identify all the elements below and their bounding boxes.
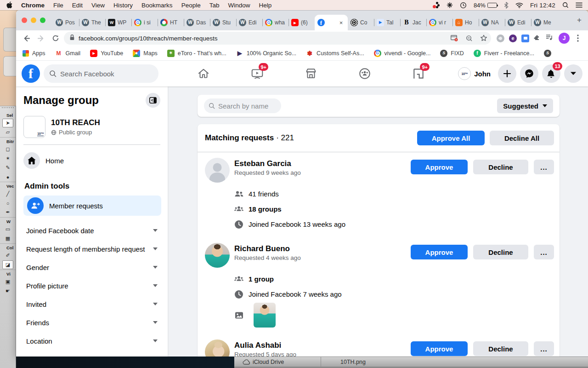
facebook-nav-item[interactable]: 9+: [243, 63, 271, 85]
more-options-button[interactable]: ...: [534, 160, 554, 174]
new-tab-button[interactable]: +: [573, 14, 585, 26]
browser-tab[interactable]: Das: [184, 15, 210, 30]
approve-all-button[interactable]: Approve All: [417, 131, 485, 145]
blur-tool-icon[interactable]: ●: [2, 172, 13, 181]
facebook-nav-item[interactable]: [190, 63, 217, 85]
notification-app-icon[interactable]: [433, 2, 440, 8]
bird-extension-icon[interactable]: [497, 34, 504, 42]
filter-dropdown[interactable]: Friends: [23, 313, 162, 332]
time-machine-icon[interactable]: [460, 2, 467, 9]
hotspot-tool-icon[interactable]: ▦: [2, 234, 13, 243]
popup-blocked-icon[interactable]: [449, 33, 460, 44]
reload-button[interactable]: [49, 32, 62, 45]
wifi-icon[interactable]: [515, 2, 523, 8]
menubar-app-name[interactable]: Chrome: [21, 2, 45, 9]
menubar-item[interactable]: Window: [228, 2, 250, 9]
bookmark-item[interactable]: eToro - That’s wh...: [167, 50, 226, 57]
bluetooth-icon[interactable]: [504, 2, 509, 9]
facebook-nav-item[interactable]: [297, 63, 325, 85]
filter-dropdown[interactable]: Profile type: [23, 350, 162, 356]
facebook-nav-item[interactable]: 9+: [405, 63, 432, 85]
browser-tab[interactable]: ×: [315, 15, 348, 30]
menubar-item[interactable]: Tab: [209, 2, 220, 9]
battery-indicator[interactable]: 84%: [474, 2, 497, 9]
close-tab-icon[interactable]: ×: [337, 19, 345, 27]
zoom-icon[interactable]: [464, 33, 475, 44]
hand-tool-icon[interactable]: ☛: [2, 287, 13, 295]
bookmark-item[interactable]: Maps: [133, 50, 158, 57]
facebook-search[interactable]: [44, 64, 158, 83]
menubar-item[interactable]: File: [53, 2, 63, 9]
evernote-extension-icon[interactable]: [509, 34, 517, 42]
browser-tab[interactable]: Edi: [505, 15, 531, 30]
address-bar[interactable]: facebook.com/groups/10threach/member-req…: [64, 32, 491, 45]
pointer-tool-icon[interactable]: ➤: [2, 119, 13, 127]
more-options-button[interactable]: ...: [534, 245, 554, 259]
browser-tab[interactable]: Jac: [400, 15, 426, 30]
marquee-tool-icon[interactable]: ◻: [2, 145, 13, 154]
messenger-button[interactable]: [520, 64, 538, 83]
filter-dropdown[interactable]: Profile picture: [23, 276, 162, 295]
menubar-item[interactable]: Edit: [72, 2, 83, 9]
browser-tab[interactable]: Me: [531, 15, 557, 30]
decline-all-button[interactable]: Decline All: [490, 131, 554, 145]
decline-button[interactable]: Decline: [473, 341, 528, 356]
requested-photo-thumbnail[interactable]: [254, 303, 276, 328]
menubar-item[interactable]: Help: [259, 2, 271, 9]
bookmark-item[interactable]: vivendi - Google...: [374, 50, 431, 57]
browser-tab[interactable]: Pos: [53, 15, 79, 30]
menubar-item[interactable]: People: [181, 2, 201, 9]
browser-tab[interactable]: NA: [479, 15, 505, 30]
requester-name[interactable]: Esteban Garcia: [234, 158, 301, 168]
requester-name[interactable]: Richard Bueno: [234, 243, 301, 253]
browser-tab[interactable]: vi r: [426, 15, 452, 30]
bookmark-star-icon[interactable]: [478, 33, 489, 44]
pencil-tool-icon[interactable]: ✎: [2, 163, 13, 172]
requester-avatar[interactable]: [205, 243, 230, 268]
approve-button[interactable]: Approve: [411, 341, 468, 356]
create-button[interactable]: [498, 64, 516, 83]
menubar-clock[interactable]: Fri 12:42: [530, 2, 555, 9]
spotlight-icon[interactable]: [562, 2, 569, 8]
filter-dropdown[interactable]: Gender: [23, 258, 162, 276]
group-info[interactable]: 10ᵀᴴ 10TH REACH Public group: [23, 116, 162, 138]
url-text[interactable]: facebook.com/groups/10threach/member-req…: [79, 35, 445, 42]
eyedropper-tool-icon[interactable]: ✐: [2, 251, 13, 260]
ellipse-tool-icon[interactable]: ○: [2, 199, 13, 207]
browser-tab[interactable]: wha: [262, 15, 288, 30]
bookmark-item[interactable]: Fiverr - Freelance...: [474, 50, 534, 57]
requester-avatar[interactable]: [205, 158, 230, 183]
subselect-tool-icon[interactable]: ▱: [2, 128, 13, 137]
browser-tab[interactable]: Edi: [236, 15, 262, 30]
collapse-sidebar-button[interactable]: [146, 93, 160, 108]
lock-icon[interactable]: [69, 34, 75, 42]
sidebar-item-home[interactable]: Home: [23, 150, 162, 172]
browser-tab[interactable]: (6): [288, 15, 315, 30]
browser-tab[interactable]: HT: [158, 15, 184, 30]
bookmark-item[interactable]: YouTube: [90, 50, 123, 57]
asterisk-status-icon[interactable]: [447, 2, 453, 8]
filter-dropdown[interactable]: Location: [23, 332, 162, 350]
facebook-logo[interactable]: f: [22, 64, 40, 83]
browser-tab[interactable]: Tal: [374, 15, 400, 30]
apple-icon[interactable]: [6, 1, 12, 9]
requester-name[interactable]: Aulia Ashabi: [234, 339, 296, 350]
panel-grip[interactable]: [2, 107, 14, 110]
tag-extension-icon[interactable]: [521, 34, 529, 42]
requester-avatar[interactable]: [205, 339, 230, 356]
bookmark-item[interactable]: FIXD: [440, 50, 464, 57]
filter-dropdown[interactable]: Invited: [23, 295, 162, 313]
browser-tab[interactable]: Stu: [210, 15, 236, 30]
sidebar-item-member-requests[interactable]: Member requests: [23, 196, 161, 216]
minimize-window-button[interactable]: [31, 17, 36, 23]
browser-tab[interactable]: WP: [105, 15, 131, 30]
finder-location[interactable]: iCloud Drive: [234, 359, 321, 365]
browser-tab[interactable]: i si: [131, 15, 158, 30]
approve-button[interactable]: Approve: [411, 160, 468, 174]
profile-chip[interactable]: 10ᵀᴴ John: [457, 66, 494, 81]
filter-dropdown[interactable]: Joined Facebook date: [23, 221, 162, 240]
decline-button[interactable]: Decline: [473, 245, 528, 259]
facebook-nav-item[interactable]: [351, 63, 379, 85]
more-options-button[interactable]: ...: [534, 341, 554, 356]
menubar-item[interactable]: History: [113, 2, 133, 9]
